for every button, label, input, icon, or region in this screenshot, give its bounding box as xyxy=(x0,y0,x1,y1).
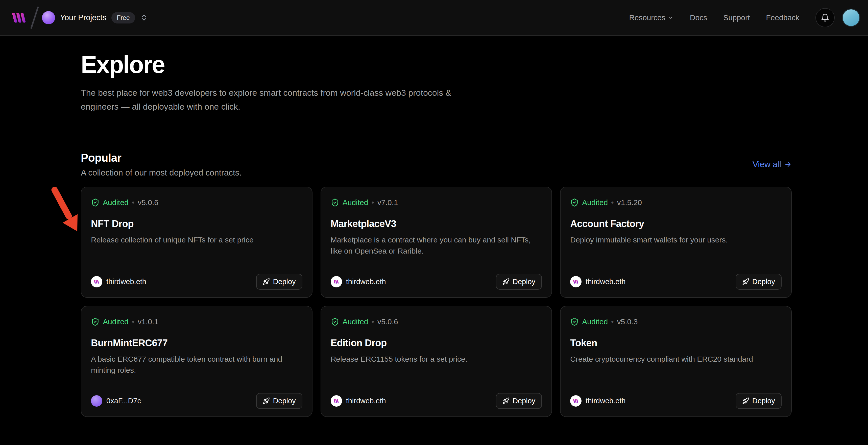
contract-card-burnminterc677[interactable]: Audited • v1.0.1 BurnMintERC677 A basic … xyxy=(81,306,312,417)
page-title: Explore xyxy=(81,52,792,78)
contract-card-nft-drop[interactable]: Audited • v5.0.6 NFT Drop Release collec… xyxy=(81,187,312,298)
card-footer: thirdweb.eth Deploy xyxy=(331,274,542,290)
card-footer: thirdweb.eth Deploy xyxy=(570,274,782,290)
badge-row: Audited • v5.0.3 xyxy=(570,317,782,326)
version-label: v7.0.1 xyxy=(377,198,398,207)
contract-description: A basic ERC677 compatible token contract… xyxy=(91,354,302,376)
deploy-button[interactable]: Deploy xyxy=(256,274,302,290)
nav-link-support[interactable]: Support xyxy=(723,13,750,22)
nav-link-docs[interactable]: Docs xyxy=(690,13,707,22)
contract-card-marketplacev3[interactable]: Audited • v7.0.1 MarketplaceV3 Marketpla… xyxy=(320,187,552,298)
dot-separator: • xyxy=(371,198,374,207)
contract-title: MarketplaceV3 xyxy=(331,219,542,229)
page-subtitle: The best place for web3 developers to ex… xyxy=(81,86,460,114)
contract-title: Edition Drop xyxy=(331,338,542,349)
publisher[interactable]: 0xaF...D7c xyxy=(91,395,141,407)
arrow-right-icon xyxy=(784,161,792,168)
publisher-name: thirdweb.eth xyxy=(586,278,625,286)
popular-title: Popular xyxy=(81,152,242,164)
navbar-right: Resources Docs Support Feedback xyxy=(629,8,860,27)
badge-row: Audited • v5.0.6 xyxy=(91,198,302,207)
deploy-button[interactable]: Deploy xyxy=(256,393,302,409)
contract-title: NFT Drop xyxy=(91,219,302,229)
contract-description: Create cryptocurrency compliant with ERC… xyxy=(570,354,782,365)
publisher[interactable]: thirdweb.eth xyxy=(331,276,386,287)
view-all-link[interactable]: View all xyxy=(752,160,792,169)
publisher-name: thirdweb.eth xyxy=(346,397,386,405)
account-avatar[interactable] xyxy=(843,9,860,26)
publisher-avatar xyxy=(91,276,102,287)
audited-label: Audited xyxy=(343,198,368,207)
view-all-label: View all xyxy=(752,160,781,169)
contract-card-token[interactable]: Audited • v5.0.3 Token Create cryptocurr… xyxy=(560,306,792,417)
notifications-button[interactable] xyxy=(815,8,835,27)
audited-label: Audited xyxy=(582,317,608,326)
rocket-icon xyxy=(502,397,509,404)
deploy-button[interactable]: Deploy xyxy=(736,274,782,290)
deploy-label: Deploy xyxy=(513,278,535,286)
rocket-icon xyxy=(742,397,749,404)
publisher-avatar xyxy=(331,395,342,407)
publisher[interactable]: thirdweb.eth xyxy=(570,276,625,287)
badge-row: Audited • v1.0.1 xyxy=(91,317,302,326)
version-label: v5.0.6 xyxy=(377,317,398,326)
project-avatar xyxy=(42,11,55,24)
rocket-icon xyxy=(742,278,749,285)
project-switcher[interactable]: Your Projects Free xyxy=(42,11,148,24)
deploy-label: Deploy xyxy=(513,397,535,405)
deploy-label: Deploy xyxy=(273,278,296,286)
nav-link-resources-label: Resources xyxy=(629,13,665,22)
nav-link-resources[interactable]: Resources xyxy=(629,13,674,22)
audited-label: Audited xyxy=(343,317,368,326)
contract-card-account-factory[interactable]: Audited • v1.5.20 Account Factory Deploy… xyxy=(560,187,792,298)
contract-description: Marketplace is a contract where you can … xyxy=(331,234,542,257)
dot-separator: • xyxy=(132,317,135,326)
contracts-grid: Audited • v5.0.6 NFT Drop Release collec… xyxy=(81,187,792,417)
chevron-down-icon xyxy=(668,14,674,21)
deploy-button[interactable]: Deploy xyxy=(496,393,542,409)
plan-badge: Free xyxy=(112,12,135,24)
breadcrumb-slash-separator xyxy=(30,6,39,29)
publisher-name: 0xaF...D7c xyxy=(106,397,141,405)
publisher[interactable]: thirdweb.eth xyxy=(570,395,625,407)
publisher[interactable]: thirdweb.eth xyxy=(91,276,146,287)
shield-check-icon xyxy=(91,317,99,326)
publisher-name: thirdweb.eth xyxy=(586,397,625,405)
publisher-name: thirdweb.eth xyxy=(346,278,386,286)
deploy-button[interactable]: Deploy xyxy=(496,274,542,290)
shield-check-icon xyxy=(570,198,579,207)
contract-title: BurnMintERC677 xyxy=(91,338,302,349)
nav-link-feedback[interactable]: Feedback xyxy=(766,13,799,22)
contract-card-edition-drop[interactable]: Audited • v5.0.6 Edition Drop Release ER… xyxy=(320,306,552,417)
badge-row: Audited • v5.0.6 xyxy=(331,317,542,326)
contract-description: Deploy immutable smart wallets for your … xyxy=(570,234,782,246)
dot-separator: • xyxy=(132,198,135,207)
version-label: v1.5.20 xyxy=(617,198,642,207)
dot-separator: • xyxy=(611,198,614,207)
dot-separator: • xyxy=(371,317,374,326)
shield-check-icon xyxy=(91,198,99,207)
chevrons-up-down-icon[interactable] xyxy=(140,14,148,22)
navbar-left: Your Projects Free xyxy=(11,6,148,29)
dot-separator: • xyxy=(611,317,614,326)
publisher-avatar xyxy=(331,276,342,287)
shield-check-icon xyxy=(570,317,579,326)
popular-description: A collection of our most deployed contra… xyxy=(81,168,242,178)
publisher[interactable]: thirdweb.eth xyxy=(331,395,386,407)
audited-label: Audited xyxy=(103,317,129,326)
bell-icon xyxy=(821,13,829,22)
version-label: v1.0.1 xyxy=(138,317,158,326)
contract-description: Release collection of unique NFTs for a … xyxy=(91,234,302,246)
deploy-label: Deploy xyxy=(752,278,775,286)
top-navbar: Your Projects Free Resources Docs Suppor… xyxy=(0,0,868,36)
shield-check-icon xyxy=(331,198,339,207)
rocket-icon xyxy=(502,278,509,285)
card-footer: 0xaF...D7c Deploy xyxy=(91,393,302,409)
publisher-avatar xyxy=(570,395,582,407)
card-footer: thirdweb.eth Deploy xyxy=(331,393,542,409)
publisher-avatar xyxy=(91,395,102,407)
rocket-icon xyxy=(263,278,270,285)
rocket-icon xyxy=(263,397,270,404)
deploy-button[interactable]: Deploy xyxy=(736,393,782,409)
thirdweb-logo-icon[interactable] xyxy=(11,12,27,24)
